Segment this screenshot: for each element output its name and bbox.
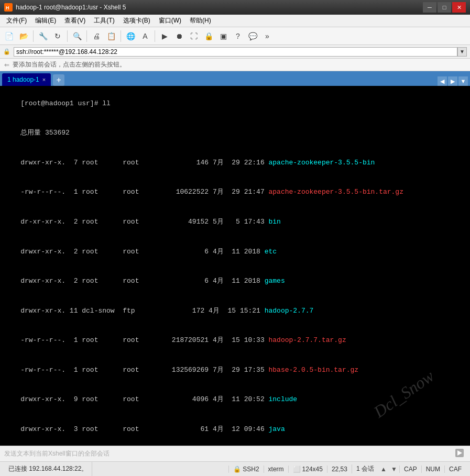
scroll-up-btn[interactable]: ▲ (378, 464, 389, 474)
window-title: hadoop-1 root@hadoop1:/usr - Xshell 5 (16, 4, 423, 11)
hint-bar: ⇐ 要添加当前会话，点击左侧的箭头按钮。 (0, 59, 470, 71)
tab-nav-right[interactable]: ▶ (448, 76, 457, 86)
hint-text: 要添加当前会话，点击左侧的箭头按钮。 (13, 60, 126, 69)
toolbar-sep1 (33, 30, 34, 42)
send-button[interactable] (455, 449, 466, 459)
status-term: xterm (264, 466, 288, 473)
tab-hadoop1[interactable]: 1 hadoop-1 × (2, 73, 51, 86)
toolbar-sep4 (121, 30, 121, 42)
menu-view[interactable]: 查看(V) (60, 15, 90, 26)
status-bar: 已连接 192.168.44.128:22。 🔒 SSH2 xterm ⬜ 12… (0, 461, 470, 476)
status-caf: CAF (444, 466, 466, 473)
tab-close-btn[interactable]: × (42, 76, 46, 83)
status-sessions: 1 会话 (352, 464, 378, 473)
maximize-button[interactable]: □ (438, 2, 451, 13)
toolbar-properties[interactable]: 🔧 (36, 29, 50, 43)
menu-tabs[interactable]: 选项卡(B) (119, 15, 155, 26)
connection-text: 已连接 192.168.44.128:22。 (8, 464, 88, 473)
term-line-9: drwxr-xr-x. 9 root root 4096 4月 11 20:52… (4, 385, 466, 415)
lock-icon: 🔒 (233, 466, 241, 473)
toolbar-play[interactable]: ▶ (158, 29, 171, 43)
toolbar-print[interactable]: 🖨 (90, 29, 103, 43)
tab-bar: 1 hadoop-1 × + ◀ ▶ ▼ (0, 71, 470, 86)
toolbar: 📄 📂 🔧 ↻ 🔍 🖨 📋 🌐 A ▶ ⏺ ⛶ 🔒 ▣ ? 💬 » (0, 27, 470, 45)
toolbar-chat[interactable]: 💬 (246, 29, 259, 43)
term-line-5: drwxr-xr-x. 2 root root 6 4月 11 2018 gam… (4, 267, 466, 296)
app-icon: H (4, 3, 13, 12)
status-position: 22,53 (327, 466, 352, 473)
toolbar-lock[interactable]: 🔒 (202, 29, 215, 43)
toolbar-terminal[interactable]: ▣ (216, 29, 230, 43)
term-line-10: drwxr-xr-x. 3 root root 61 4月 12 09:46 j… (4, 415, 466, 445)
toolbar-record[interactable]: ⏺ (172, 29, 186, 43)
terminal[interactable]: [root@hadoop1 usr]# ll 总用量 353692 drwxr-… (0, 86, 470, 446)
menu-file[interactable]: 文件(F) (2, 15, 31, 26)
minimize-button[interactable]: ─ (423, 2, 436, 13)
toolbar-new[interactable]: 📄 (2, 29, 16, 43)
menu-window[interactable]: 窗口(W) (155, 15, 185, 26)
address-input[interactable] (14, 47, 457, 57)
toolbar-globe[interactable]: 🌐 (124, 29, 137, 43)
size-icon: ⬜ (293, 466, 301, 473)
size-label: 124x45 (302, 466, 323, 473)
term-line-1: drwxr-xr-x. 7 root root 146 7月 29 22:16 … (4, 148, 466, 178)
address-bar: 🔒 ▼ (0, 45, 470, 59)
menu-bar: 文件(F) 编辑(E) 查看(V) 工具(T) 选项卡(B) 窗口(W) 帮助(… (0, 15, 470, 27)
sessions-label: 1 会话 (356, 464, 374, 473)
input-placeholder: 发送文本到当前Xshell窗口的全部会话 (4, 449, 110, 458)
menu-help[interactable]: 帮助(H) (185, 15, 215, 26)
term-line-2: -rw-r--r--. 1 root root 10622522 7月 29 2… (4, 178, 466, 208)
ssh-label: SSH2 (243, 466, 259, 473)
status-right: 🔒 SSH2 xterm ⬜ 124x45 22,53 1 会话 ▲ ▼ CAP… (228, 464, 466, 474)
title-bar: H hadoop-1 root@hadoop1:/usr - Xshell 5 … (0, 0, 470, 15)
toolbar-sep2 (67, 30, 68, 42)
toolbar-fullscreen[interactable]: ⛶ (187, 29, 201, 43)
term-line-8: -rw-r--r--. 1 root root 132569269 7月 29 … (4, 356, 466, 385)
num-label: NUM (426, 466, 440, 473)
term-line-7: -rw-r--r--. 1 root root 218720521 4月 15 … (4, 326, 466, 356)
toolbar-open[interactable]: 📂 (17, 29, 30, 43)
term-line-total: 总用量 353692 (4, 119, 466, 149)
status-size: ⬜ 124x45 (288, 466, 327, 473)
term-label: xterm (268, 466, 284, 473)
term-line-11: dr-xr-xr-x. 42 root root 4096 4月 11 20:5… (4, 444, 466, 446)
tab-add-btn[interactable]: + (53, 74, 64, 86)
term-line-6: drwxr-xr-x. 11 dcl-snow ftp 172 4月 15 15… (4, 296, 466, 326)
cap-label: CAP (404, 466, 417, 473)
tab-label: 1 hadoop-1 (7, 76, 39, 83)
toolbar-find[interactable]: 🔍 (70, 29, 84, 43)
input-bar: 发送文本到当前Xshell窗口的全部会话 (0, 446, 470, 461)
status-connection: 已连接 192.168.44.128:22。 (4, 462, 92, 476)
status-ssh: 🔒 SSH2 (228, 466, 263, 473)
svg-text:H: H (6, 5, 9, 10)
status-cap: CAP (399, 466, 421, 473)
tab-nav-left[interactable]: ◀ (438, 76, 447, 86)
scroll-down-btn[interactable]: ▼ (389, 464, 399, 474)
menu-edit[interactable]: 编辑(E) (31, 15, 60, 26)
tab-nav: ◀ ▶ ▼ (438, 76, 470, 86)
toolbar-print2[interactable]: 📋 (104, 29, 118, 43)
status-num: NUM (421, 466, 444, 473)
position-label: 22,53 (332, 466, 347, 473)
address-dropdown[interactable]: ▼ (457, 47, 467, 57)
tab-nav-menu[interactable]: ▼ (458, 76, 468, 86)
caf-label: CAF (449, 466, 462, 473)
window-controls: ─ □ ✕ (423, 2, 466, 13)
toolbar-refresh[interactable]: ↻ (51, 29, 64, 43)
toolbar-font[interactable]: A (138, 29, 152, 43)
close-button[interactable]: ✕ (452, 2, 466, 13)
term-line-4: drwxr-xr-x. 2 root root 6 4月 11 2018 etc (4, 237, 466, 267)
toolbar-more[interactable]: » (260, 29, 274, 43)
toolbar-sep5 (155, 30, 155, 42)
toolbar-sep3 (86, 30, 87, 42)
menu-tools[interactable]: 工具(T) (90, 15, 118, 26)
term-line-3: dr-xr-xr-x. 2 root root 49152 5月 5 17:43… (4, 207, 466, 237)
address-icon: 🔒 (3, 48, 10, 55)
hint-icon: ⇐ (4, 61, 9, 69)
toolbar-help[interactable]: ? (231, 29, 245, 43)
term-line-cmd: [root@hadoop1 usr]# ll (4, 89, 466, 119)
